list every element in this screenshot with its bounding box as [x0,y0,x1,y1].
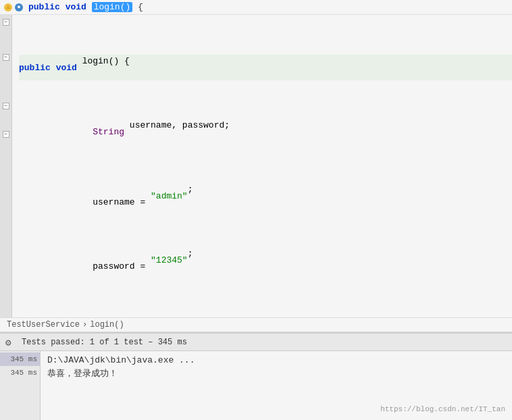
code-lines: public void login() { String username, p… [12,15,512,317]
breadcrumb-method: login() [90,320,124,330]
code-line-3: username = "admin"; [19,183,512,209]
code-line-2: String username, password; [19,119,512,145]
breadcrumb-class: TestUserService [7,320,80,330]
time-entry-1: 345 ms [0,352,40,366]
bottom-panel: ⚙ Tests passed: 1 of 1 test – 345 ms 345… [0,332,512,420]
editor-wrapper: ⚠ ● public void login() { − − − − [0,0,512,420]
fold-icon-1[interactable]: − [3,19,9,26]
output-line-2: 恭喜，登录成功！ [47,367,505,381]
fold-icon-4[interactable]: − [3,131,9,138]
gear-icon[interactable]: ⚙ [5,337,16,348]
method-signature: public void login() { [28,2,143,12]
fold-icon-3[interactable]: − [3,103,9,109]
breadcrumb-sep: › [82,320,87,330]
code-area: − − − − public void login() { String use… [0,15,512,332]
top-icons: ⚠ ● [4,3,23,11]
time-gutter: 345 ms 345 ms [0,351,41,420]
tests-passed-label: Tests passed: 1 of 1 test – 345 ms [22,338,187,347]
output-area: D:\JAVA\jdk\bin\java.exe ... 恭喜，登录成功！ ht… [41,351,512,420]
watermark: https://blog.csdn.net/IT_tan [380,402,505,416]
bottom-toolbar: ⚙ Tests passed: 1 of 1 test – 345 ms [0,334,512,351]
top-bar: ⚠ ● public void login() { [0,0,512,15]
code-line-1: public void login() { [19,55,512,80]
code-line-5 [19,311,512,317]
left-sidebar: − − − − [0,15,12,317]
bottom-content: 345 ms 345 ms D:\JAVA\jdk\bin\java.exe .… [0,351,512,420]
info-icon: ● [15,3,23,11]
warning-icon: ⚠ [4,3,12,11]
breadcrumb-bar: TestUserService › login() [0,317,512,332]
time-entry-2: 345 ms [0,366,40,379]
fold-icon-2[interactable]: − [3,54,9,61]
code-container: − − − − public void login() { String use… [0,15,512,317]
output-line-1: D:\JAVA\jdk\bin\java.exe ... [47,354,505,367]
code-line-4: password = "12345"; [19,247,512,273]
